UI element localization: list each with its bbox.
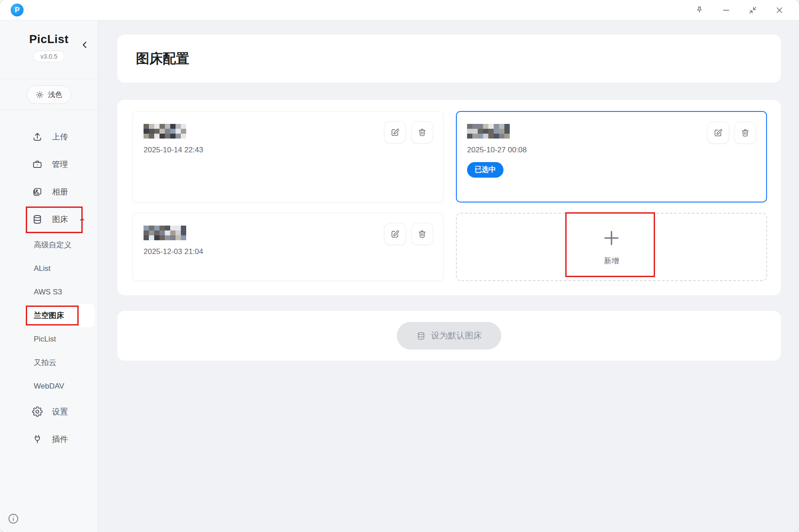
add-config-button[interactable]: 新增 [456, 213, 767, 281]
selected-badge: 已选中 [467, 162, 503, 178]
close-button[interactable] [774, 5, 785, 16]
briefcase-icon [32, 159, 43, 170]
sidebar-header: PicList v3.0.5 [0, 20, 98, 79]
compress-icon [748, 6, 757, 15]
set-default-bed-label: 设为默认图床 [431, 330, 482, 341]
sidebar-subitem-aws-s3[interactable]: AWS S3 [24, 280, 95, 304]
sidebar-item-label: 上传 [52, 131, 68, 142]
subitem-label: 高级自定义 [34, 240, 72, 250]
app-window: P PicList v3.0.5 [0, 0, 799, 532]
subitem-label: PicList [34, 335, 56, 344]
edit-icon [713, 128, 723, 138]
page-title-card: 图床配置 [117, 35, 781, 83]
album-icon [32, 187, 43, 197]
sidebar-subitem-advanced-custom[interactable]: 高级自定义 [24, 233, 95, 257]
theme-toggle-button[interactable]: 浅色 [27, 85, 71, 104]
sidebar-item-plugins[interactable]: 插件 [0, 425, 98, 453]
trash-icon [417, 127, 427, 137]
page-title: 图床配置 [136, 50, 189, 68]
window-controls [694, 5, 785, 16]
theme-toggle-label: 浅色 [48, 90, 62, 99]
upload-icon [32, 131, 43, 142]
edit-icon [390, 229, 400, 239]
sidebar-item-imagebed[interactable]: 图床 [0, 206, 98, 233]
sidebar-item-settings[interactable]: 设置 [0, 398, 98, 425]
config-card[interactable]: 2025-12-03 21:04 [132, 213, 443, 281]
chevron-up-icon [78, 215, 86, 223]
sidebar-subitem-upyun[interactable]: 又拍云 [24, 351, 95, 374]
close-icon [775, 6, 784, 15]
sidebar-subitem-lsky[interactable]: 兰空图床 [24, 304, 95, 327]
redacted-config-name [144, 124, 186, 139]
edit-config-button[interactable] [384, 223, 406, 245]
minimize-icon [722, 6, 731, 15]
config-grid: 2025-10-14 22:43 2025-10-27 00:0 [132, 111, 767, 281]
subitem-label: WebDAV [34, 382, 64, 391]
redacted-config-name [144, 226, 186, 240]
sidebar: PicList v3.0.5 浅色 上传 管理 [0, 20, 98, 532]
sidebar-item-upload[interactable]: 上传 [0, 123, 98, 151]
config-actions [384, 223, 433, 245]
plug-icon [32, 434, 43, 445]
config-list-card: 2025-10-14 22:43 2025-10-27 00:0 [117, 100, 781, 295]
plus-icon [601, 228, 622, 248]
delete-config-button[interactable] [734, 122, 756, 144]
sidebar-item-album[interactable]: 相册 [0, 178, 98, 206]
delete-config-button[interactable] [411, 121, 433, 143]
sidebar-subitem-alist[interactable]: AList [24, 257, 95, 280]
chevron-left-icon [80, 40, 90, 50]
subitem-label: AList [34, 264, 51, 273]
sidebar-collapse-button[interactable] [80, 40, 90, 50]
redacted-config-name [467, 124, 510, 139]
sidebar-subitem-piclist[interactable]: PicList [24, 327, 95, 351]
subitem-label: AWS S3 [34, 288, 62, 297]
config-created-time: 2025-10-14 22:43 [144, 146, 432, 155]
minimize-button[interactable] [721, 5, 731, 16]
sidebar-subitem-webdav[interactable]: WebDAV [24, 374, 95, 398]
trash-icon [740, 128, 750, 138]
sidebar-item-manage[interactable]: 管理 [0, 151, 98, 178]
config-card[interactable]: 2025-10-14 22:43 [132, 111, 443, 202]
app-body: PicList v3.0.5 浅色 上传 管理 [0, 20, 799, 532]
config-created-time: 2025-10-27 00:08 [467, 146, 756, 155]
config-actions [384, 121, 433, 143]
compress-window-button[interactable] [747, 5, 758, 16]
sidebar-item-label: 图床 [52, 214, 68, 225]
sun-icon [36, 91, 44, 99]
subitem-label: 兰空图床 [34, 310, 64, 321]
config-created-time: 2025-12-03 21:04 [144, 247, 432, 256]
sidebar-item-label: 管理 [52, 159, 68, 170]
edit-config-button[interactable] [384, 121, 406, 143]
theme-section: 浅色 [0, 79, 98, 110]
main-content: 图床配置 2025-10-14 22:43 [98, 20, 799, 532]
edit-icon [390, 127, 400, 137]
database-icon [32, 214, 43, 225]
config-card-selected[interactable]: 2025-10-27 00:08 已选中 [456, 111, 767, 202]
gear-icon [32, 406, 43, 417]
edit-config-button[interactable] [707, 122, 729, 144]
info-icon [7, 512, 20, 525]
pin-window-button[interactable] [694, 5, 705, 16]
sidebar-menu: 上传 管理 相册 图床 高级自定义 ALis [0, 110, 98, 453]
app-logo-icon: P [11, 4, 24, 16]
subitem-label: 又拍云 [34, 357, 56, 368]
sidebar-item-label: 相册 [52, 187, 68, 197]
sidebar-item-label: 设置 [52, 406, 68, 417]
pin-icon [695, 6, 704, 15]
footer-card: 设为默认图床 [117, 311, 781, 361]
set-default-bed-button[interactable]: 设为默认图床 [397, 322, 501, 349]
database-icon [416, 331, 426, 341]
titlebar: P [0, 0, 799, 20]
sidebar-item-label: 插件 [52, 434, 68, 445]
config-actions [707, 122, 756, 144]
trash-icon [417, 229, 427, 239]
add-config-label: 新增 [604, 256, 619, 266]
version-badge: v3.0.5 [33, 51, 64, 62]
delete-config-button[interactable] [411, 223, 433, 245]
about-button[interactable] [7, 512, 20, 525]
